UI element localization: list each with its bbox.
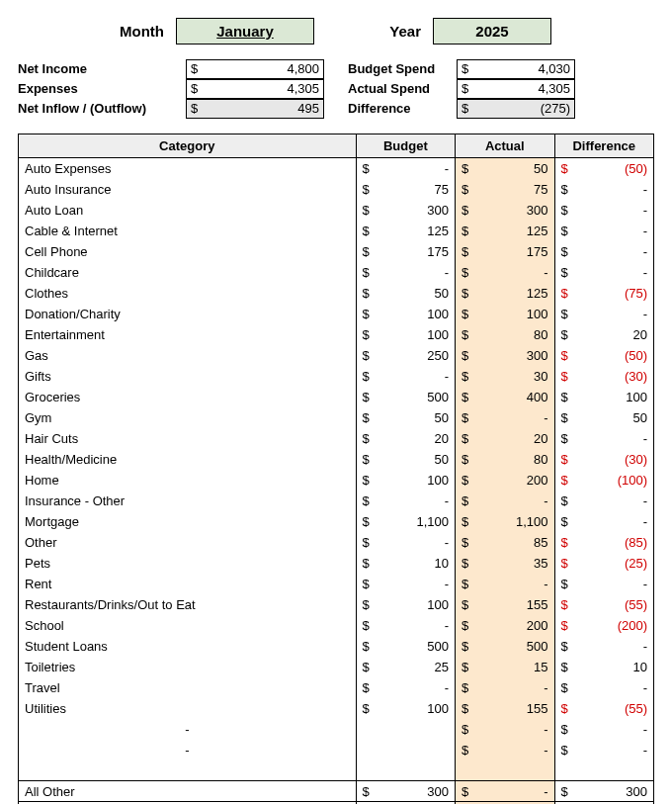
budget-cell[interactable]: $100 <box>356 304 455 324</box>
actual-cell[interactable]: $155 <box>456 594 554 615</box>
actual-cell[interactable]: $- <box>456 491 554 511</box>
difference-cell[interactable]: $- <box>554 677 653 698</box>
category-cell[interactable]: Pets <box>19 553 357 574</box>
category-cell[interactable]: Toiletries <box>19 657 357 677</box>
budget-cell[interactable]: $25 <box>356 657 455 677</box>
category-cell[interactable]: Auto Expenses <box>19 158 357 179</box>
budget-cell[interactable]: $175 <box>356 241 455 262</box>
category-cell[interactable]: Gas <box>19 345 357 366</box>
difference-cell[interactable]: $- <box>554 221 653 241</box>
category-cell[interactable]: Other <box>19 532 357 553</box>
actual-cell[interactable]: $80 <box>456 449 554 470</box>
actual-cell[interactable]: $125 <box>456 221 554 241</box>
category-cell[interactable]: Hair Cuts <box>19 428 357 449</box>
budget-cell[interactable]: $- <box>356 574 455 594</box>
expenses-value[interactable]: $ 4,305 <box>186 79 324 99</box>
budget-cell[interactable]: $1,100 <box>356 511 455 532</box>
difference-cell[interactable]: $- <box>554 262 653 283</box>
budget-cell[interactable]: $500 <box>356 387 455 407</box>
difference-cell[interactable]: $(30) <box>554 449 653 470</box>
difference-cell[interactable]: $50 <box>554 407 653 428</box>
difference-cell[interactable]: $- <box>554 636 653 657</box>
month-value[interactable]: January <box>176 18 314 45</box>
actual-cell[interactable]: $15 <box>456 657 554 677</box>
category-cell[interactable]: Utilities <box>19 698 357 719</box>
difference-cell[interactable]: $(100) <box>554 470 653 491</box>
budget-cell[interactable]: $- <box>356 615 455 636</box>
actual-cell[interactable]: $125 <box>456 283 554 304</box>
actual-cell[interactable]: $- <box>456 407 554 428</box>
actual-cell[interactable]: $1,100 <box>456 511 554 532</box>
difference-cell[interactable]: $(30) <box>554 366 653 387</box>
actual-cell[interactable]: $35 <box>456 553 554 574</box>
actual-cell[interactable]: $50 <box>456 158 554 179</box>
actual-cell[interactable]: $100 <box>456 304 554 324</box>
difference-cell[interactable]: $(50) <box>554 345 653 366</box>
difference-cell[interactable]: $20 <box>554 324 653 345</box>
actual-spend-value[interactable]: $ 4,305 <box>457 79 575 99</box>
category-cell[interactable]: Health/Medicine <box>19 449 357 470</box>
difference-cell[interactable]: $(55) <box>554 698 653 719</box>
category-cell[interactable]: Gym <box>19 407 357 428</box>
actual-cell[interactable]: $75 <box>456 179 554 200</box>
difference-cell[interactable]: $(50) <box>554 158 653 179</box>
budget-cell[interactable]: $125 <box>356 221 455 241</box>
actual-cell[interactable]: $175 <box>456 241 554 262</box>
difference-cell[interactable]: $- <box>554 574 653 594</box>
category-cell[interactable]: Restaurants/Drinks/Out to Eat <box>19 594 357 615</box>
budget-cell[interactable]: $20 <box>356 428 455 449</box>
budget-cell[interactable]: $- <box>356 532 455 553</box>
budget-cell[interactable]: $50 <box>356 407 455 428</box>
category-cell[interactable]: Cable & Internet <box>19 221 357 241</box>
difference-cell[interactable]: $- <box>554 179 653 200</box>
actual-cell[interactable]: $- <box>456 574 554 594</box>
category-cell[interactable]: Childcare <box>19 262 357 283</box>
category-cell[interactable]: Entertainment <box>19 324 357 345</box>
budget-cell[interactable]: $- <box>356 262 455 283</box>
difference-cell[interactable]: $(55) <box>554 594 653 615</box>
actual-cell[interactable]: $200 <box>456 615 554 636</box>
net-income-value[interactable]: $ 4,800 <box>186 59 324 79</box>
actual-cell[interactable]: $85 <box>456 532 554 553</box>
difference-cell[interactable]: $(25) <box>554 553 653 574</box>
difference-cell[interactable]: $- <box>554 200 653 221</box>
budget-cell[interactable]: $- <box>356 677 455 698</box>
budget-cell[interactable]: $100 <box>356 594 455 615</box>
difference-cell[interactable]: $- <box>554 304 653 324</box>
actual-cell[interactable]: $500 <box>456 636 554 657</box>
difference-cell[interactable]: $(85) <box>554 532 653 553</box>
category-cell[interactable]: Cell Phone <box>19 241 357 262</box>
category-cell[interactable]: Rent <box>19 574 357 594</box>
actual-cell[interactable]: $20 <box>456 428 554 449</box>
difference-cell[interactable]: $- <box>554 491 653 511</box>
actual-cell[interactable]: $400 <box>456 387 554 407</box>
actual-cell[interactable]: $300 <box>456 200 554 221</box>
budget-cell[interactable]: $100 <box>356 698 455 719</box>
actual-cell[interactable]: $80 <box>456 324 554 345</box>
category-cell[interactable]: Insurance - Other <box>19 491 357 511</box>
difference-cell[interactable]: $(200) <box>554 615 653 636</box>
category-cell[interactable]: Travel <box>19 677 357 698</box>
budget-cell[interactable]: $100 <box>356 324 455 345</box>
budget-cell[interactable]: $300 <box>356 200 455 221</box>
actual-cell[interactable]: $30 <box>456 366 554 387</box>
budget-cell[interactable]: $10 <box>356 553 455 574</box>
difference-cell[interactable]: $10 <box>554 657 653 677</box>
budget-cell[interactable]: $75 <box>356 179 455 200</box>
budget-cell[interactable]: $100 <box>356 470 455 491</box>
category-cell[interactable]: Home <box>19 470 357 491</box>
category-cell[interactable]: Auto Insurance <box>19 179 357 200</box>
category-cell[interactable]: Donation/Charity <box>19 304 357 324</box>
budget-spend-value[interactable]: $ 4,030 <box>457 59 575 79</box>
actual-cell[interactable]: $155 <box>456 698 554 719</box>
year-value[interactable]: 2025 <box>433 18 551 45</box>
actual-cell[interactable]: $200 <box>456 470 554 491</box>
budget-cell[interactable]: $250 <box>356 345 455 366</box>
actual-cell[interactable]: $300 <box>456 345 554 366</box>
difference-cell[interactable]: $100 <box>554 387 653 407</box>
budget-cell[interactable]: $- <box>356 491 455 511</box>
category-cell[interactable]: Student Loans <box>19 636 357 657</box>
actual-cell[interactable]: $- <box>456 262 554 283</box>
budget-cell[interactable]: $500 <box>356 636 455 657</box>
category-cell[interactable]: Groceries <box>19 387 357 407</box>
